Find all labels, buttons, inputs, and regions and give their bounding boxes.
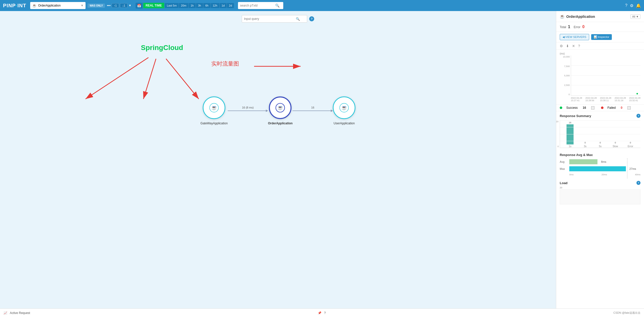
- y-0: 0: [560, 93, 570, 96]
- bottom-bar: 📈 Active Request 📌 ? CSDN @fate远逃出去: [0, 308, 644, 317]
- failed-checkbox[interactable]: [627, 106, 631, 110]
- alert-icon[interactable]: 🔔: [636, 3, 641, 8]
- search-input[interactable]: [240, 4, 275, 7]
- max-bar: [569, 166, 626, 171]
- bar-col-5s: 0 5s: [593, 141, 608, 148]
- logo-dot: ·: [16, 3, 18, 8]
- x-label-1: 2022.04.28 15:27:41: [571, 97, 582, 102]
- expand-icon[interactable]: ▼: [129, 4, 132, 7]
- download-icon[interactable]: ⬇: [566, 44, 569, 48]
- chart-success-dot: [636, 93, 638, 94]
- view-servers-button[interactable]: ◀ VIEW SERVERS: [560, 34, 589, 40]
- time-1h[interactable]: 1h: [189, 3, 196, 8]
- bar-gridline-top: [560, 120, 640, 121]
- ms-40: 40ms: [635, 173, 640, 176]
- edge-arrow-1: [228, 111, 268, 111]
- stat-error: Error 0: [574, 25, 585, 29]
- failed-label: Failed: [608, 106, 616, 110]
- query-search-icon[interactable]: 🔍: [296, 17, 300, 21]
- search-icon[interactable]: 🔍: [275, 4, 279, 8]
- response-summary-chart: 20 0 16 1s 0 3s 0: [556, 119, 644, 150]
- arrow-out[interactable]: ↓1: [120, 3, 128, 8]
- bar-xlabel-error: Error: [628, 145, 633, 148]
- total-value: 1: [568, 25, 570, 29]
- node-graph: ☕ Java GateWayApplication 16 (8 ms) ☕ Ja…: [200, 96, 355, 125]
- y-5000: 5,000: [560, 74, 570, 77]
- all-label: All: [632, 15, 635, 18]
- inspector-button[interactable]: 📊 Inspector: [591, 34, 612, 40]
- arrow-in[interactable]: ↑1: [112, 3, 119, 8]
- view-servers-label: ◀ VIEW SERVERS: [562, 35, 586, 39]
- max-label: Max: [560, 167, 567, 170]
- settings-icon[interactable]: ⚙: [630, 3, 633, 8]
- bottom-help-icon[interactable]: ?: [324, 311, 326, 315]
- bar-col-3s: 0 3s: [578, 141, 593, 148]
- chart-wrapper: 10,000 7,500 5,000 2,500 0 2022.04.28 15…: [571, 56, 640, 102]
- node-circle-user[interactable]: ☕ Java: [333, 96, 355, 119]
- query-help-icon[interactable]: ?: [309, 16, 314, 21]
- stat-total: Total 1: [560, 25, 570, 29]
- response-summary-help[interactable]: ?: [636, 114, 640, 118]
- active-request-label: Active Request: [10, 311, 30, 315]
- bar-col-slow: 0 Slow: [608, 141, 623, 148]
- load-help-icon[interactable]: ?: [636, 181, 640, 185]
- svg-line-1: [86, 58, 148, 99]
- node-gateway[interactable]: ☕ Java GateWayApplication: [200, 96, 228, 125]
- ms-20: 20ms: [601, 173, 607, 176]
- success-value: 16: [583, 106, 586, 110]
- nav-dots: ••• ↑1 ↓1 ▼: [107, 3, 132, 8]
- bar-col-1s: 16 1s: [562, 121, 578, 148]
- x-label-2: 2022.04.28 15:28:56: [585, 97, 597, 102]
- all-select[interactable]: All ▼: [630, 14, 640, 19]
- bar-y-0: 0: [557, 145, 559, 148]
- close-icon[interactable]: ✕: [572, 44, 575, 48]
- time-20m[interactable]: 20m: [179, 3, 188, 8]
- node-label-order: OrderApplication: [268, 122, 293, 125]
- gear-icon[interactable]: ⚙: [560, 44, 563, 48]
- node-circle-order[interactable]: ☕ Java: [269, 96, 292, 119]
- y-10000: 10,000: [560, 56, 570, 58]
- help-icon[interactable]: ?: [578, 44, 580, 48]
- time-3h[interactable]: 3h: [196, 3, 203, 8]
- traffic-annotation-label: 实时流量图: [211, 60, 239, 68]
- load-chart: [560, 189, 640, 204]
- time-6h[interactable]: 6h: [203, 3, 211, 8]
- chart-y-labels: 10,000 7,500 5,000 2,500 0: [560, 56, 570, 96]
- bar-xlabel-5s: 5s: [599, 145, 602, 148]
- svg-line-2: [143, 59, 156, 99]
- load-title: Load ?: [556, 178, 644, 186]
- query-input-wrapper[interactable]: 🔍: [242, 15, 307, 23]
- time-2d[interactable]: 2d: [227, 3, 234, 8]
- springcloud-label: SpringCloud: [141, 44, 183, 52]
- time-12h[interactable]: 12h: [211, 3, 220, 8]
- realtime-button[interactable]: REAL TIME: [143, 3, 164, 8]
- time-last5m[interactable]: Last 5m: [165, 3, 179, 8]
- chart-icon: 📈: [4, 311, 7, 315]
- response-avg-max-section: Response Avg & Max Avg 8ms Max 27ms 0ms …: [556, 150, 644, 178]
- response-summary-label: Response Summary: [560, 114, 591, 118]
- response-summary-title: Response Summary ?: [556, 111, 644, 119]
- time-1d[interactable]: 1d: [220, 3, 227, 8]
- node-user[interactable]: ☕ Java UserApplication: [333, 96, 355, 125]
- node-circle-gateway[interactable]: ☕ Java: [203, 96, 225, 119]
- calendar-icon[interactable]: 📅: [136, 3, 143, 9]
- help-icon[interactable]: ?: [625, 3, 627, 8]
- error-label: Error: [574, 25, 581, 29]
- svg-line-3: [166, 59, 199, 99]
- bar-val-3s: 0: [584, 141, 586, 144]
- search-box[interactable]: 🔍: [238, 2, 283, 9]
- svg-text:Java: Java: [342, 105, 346, 108]
- chart-x-labels: 2022.04.28 15:27:41 2022.04.28 15:28:56 …: [571, 97, 640, 102]
- realtime-group: 📅 REAL TIME Last 5m 20m 1h 3h 6h 12h 1d …: [136, 3, 234, 9]
- node-order[interactable]: ☕ Java OrderApplication: [268, 96, 293, 125]
- time-buttons: Last 5m 20m 1h 3h 6h 12h 1d 2d: [165, 3, 234, 8]
- java-icon-order: ☕ Java: [275, 103, 285, 113]
- pin-icon[interactable]: 📌: [318, 311, 321, 315]
- failed-dot: [601, 107, 603, 109]
- success-checkbox[interactable]: [591, 106, 594, 110]
- success-label: Success: [566, 106, 578, 110]
- edge-arrow-2: [293, 111, 333, 111]
- chart-y-unit: (ms): [560, 52, 565, 55]
- query-input-field[interactable]: [244, 17, 294, 21]
- app-selector[interactable]: ☕ OrderApplication ▼: [30, 2, 86, 9]
